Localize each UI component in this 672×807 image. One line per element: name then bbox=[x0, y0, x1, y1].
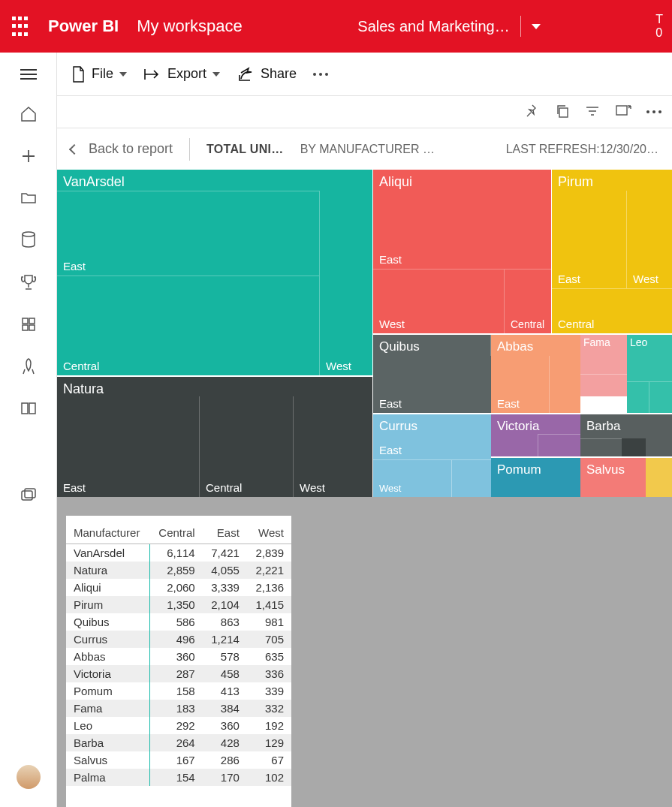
cell-central: 264 bbox=[149, 734, 202, 751]
back-to-report-link[interactable]: Back to report bbox=[71, 141, 173, 157]
treemap-tile[interactable]: Central bbox=[57, 276, 320, 375]
treemap-tile[interactable] bbox=[549, 356, 580, 413]
home-icon[interactable] bbox=[20, 105, 38, 125]
col-manufacturer[interactable]: Manufacturer bbox=[66, 522, 149, 544]
treemap-tile[interactable]: West bbox=[373, 459, 452, 497]
more-visual-options-icon[interactable] bbox=[646, 110, 661, 113]
last-refresh-text: LAST REFRESH:12/30/20… bbox=[506, 143, 658, 156]
table-row[interactable]: Pirum1,3502,1041,415 bbox=[66, 596, 291, 613]
col-central[interactable]: Central bbox=[149, 522, 202, 544]
table-row[interactable]: Aliqui2,0603,3392,136 bbox=[66, 579, 291, 596]
treemap-visual[interactable]: VanArsdel East Central West Natura East … bbox=[57, 170, 672, 497]
cell-east: 170 bbox=[203, 769, 247, 786]
treemap-tile-pirum[interactable]: Pirum bbox=[552, 170, 672, 191]
bookmark-icon[interactable] bbox=[645, 64, 658, 84]
breadcrumb-by-manufacturer[interactable]: BY MANUFACTURER … bbox=[300, 143, 435, 156]
table-row[interactable]: Currus4961,214705 bbox=[66, 631, 291, 648]
breadcrumb-total-units[interactable]: TOTAL UNI… bbox=[206, 143, 284, 156]
trophy-icon[interactable] bbox=[20, 273, 38, 294]
col-east[interactable]: East bbox=[203, 522, 247, 544]
treemap-tile[interactable]: West bbox=[294, 396, 372, 497]
cell-east: 4,055 bbox=[203, 562, 247, 579]
cell-east: 384 bbox=[203, 700, 247, 717]
header-bar: Power BI My workspace Sales and Marketin… bbox=[0, 0, 672, 53]
apps-icon[interactable] bbox=[20, 316, 37, 335]
treemap-tile[interactable] bbox=[646, 458, 672, 497]
cell-central: 287 bbox=[149, 665, 202, 682]
report-title[interactable]: Sales and Marketing… bbox=[357, 18, 509, 35]
cell-central: 360 bbox=[149, 648, 202, 665]
treemap-tile[interactable]: East bbox=[57, 191, 320, 276]
treemap-tile-pomum[interactable]: Pomum bbox=[491, 458, 580, 497]
treemap-tile-leo[interactable]: Leo bbox=[627, 335, 672, 381]
workspace-link[interactable]: My workspace bbox=[137, 17, 243, 36]
file-menu[interactable]: File bbox=[71, 65, 127, 83]
export-menu[interactable]: Export bbox=[143, 66, 220, 82]
treemap-tile[interactable]: Central bbox=[552, 288, 672, 333]
learn-icon[interactable] bbox=[20, 400, 38, 419]
treemap-tile-currus[interactable]: CurrusEast bbox=[373, 414, 491, 459]
treemap-tile[interactable]: Central bbox=[505, 270, 551, 333]
main-content: File Export Share bbox=[57, 53, 672, 807]
table-row[interactable]: VanArsdel6,1147,4212,839 bbox=[66, 544, 291, 562]
treemap-tile[interactable] bbox=[452, 459, 491, 497]
app-launcher-icon[interactable] bbox=[9, 16, 30, 37]
region-label: East bbox=[63, 481, 86, 494]
col-west[interactable]: West bbox=[247, 522, 291, 544]
treemap-tile-natura[interactable]: Natura bbox=[57, 377, 372, 396]
treemap-tile[interactable] bbox=[538, 434, 580, 456]
treemap-tile[interactable]: East bbox=[373, 191, 551, 270]
treemap-tile[interactable]: West bbox=[373, 270, 505, 333]
region-label: West bbox=[633, 273, 658, 285]
data-table-visual[interactable]: Manufacturer Central East West VanArsdel… bbox=[66, 516, 291, 807]
treemap-tile[interactable] bbox=[649, 381, 672, 413]
svg-rect-6 bbox=[25, 489, 35, 498]
cell-central: 2,859 bbox=[149, 562, 202, 579]
pin-icon[interactable] bbox=[525, 104, 540, 121]
cell-manufacturer: Palma bbox=[66, 769, 149, 786]
table-row[interactable]: Quibus586863981 bbox=[66, 613, 291, 631]
table-row[interactable]: Palma154170102 bbox=[66, 769, 291, 786]
table-row[interactable]: Abbas360578635 bbox=[66, 648, 291, 665]
treemap-tile[interactable] bbox=[580, 374, 627, 396]
database-icon[interactable] bbox=[20, 230, 37, 251]
treemap-tile[interactable]: East bbox=[552, 191, 627, 288]
share-button[interactable]: Share bbox=[237, 66, 297, 83]
table-row[interactable]: Leo292360192 bbox=[66, 717, 291, 734]
treemap-tile[interactable] bbox=[580, 438, 622, 456]
treemap-tile[interactable]: West bbox=[627, 191, 672, 288]
cell-manufacturer: Pomum bbox=[66, 682, 149, 700]
workspaces-icon[interactable] bbox=[20, 486, 38, 505]
focus-mode-icon[interactable] bbox=[615, 104, 631, 121]
treemap-tile[interactable]: Central bbox=[200, 396, 294, 497]
copy-icon[interactable] bbox=[555, 104, 570, 121]
treemap-tile[interactable]: East bbox=[57, 396, 200, 497]
treemap-tile[interactable] bbox=[627, 381, 649, 413]
more-options-icon[interactable] bbox=[313, 73, 328, 76]
tile-label: Currus bbox=[379, 419, 417, 433]
table-row[interactable]: Victoria287458336 bbox=[66, 665, 291, 682]
table-row[interactable]: Barba264428129 bbox=[66, 734, 291, 751]
treemap-tile[interactable] bbox=[463, 356, 491, 413]
cell-east: 578 bbox=[203, 648, 247, 665]
avatar[interactable] bbox=[17, 765, 41, 789]
treemap-tile[interactable]: West bbox=[320, 191, 372, 375]
table-row[interactable]: Pomum158413339 bbox=[66, 682, 291, 700]
folder-icon[interactable] bbox=[20, 189, 38, 208]
table-row[interactable]: Natura2,8594,0552,221 bbox=[66, 562, 291, 579]
plus-icon[interactable] bbox=[20, 148, 37, 167]
menu-icon[interactable] bbox=[20, 66, 37, 83]
tile-label: Aliqui bbox=[379, 174, 412, 189]
treemap-tile-vanarsdel[interactable]: VanArsdel bbox=[57, 170, 372, 191]
table-row[interactable]: Salvus16728667 bbox=[66, 751, 291, 769]
table-row[interactable]: Fama183384332 bbox=[66, 700, 291, 717]
treemap-tile-salvus[interactable]: Salvus bbox=[580, 458, 646, 497]
cell-manufacturer: Leo bbox=[66, 717, 149, 734]
reset-icon[interactable] bbox=[612, 65, 628, 83]
treemap-tile[interactable] bbox=[622, 438, 646, 456]
deploy-icon[interactable] bbox=[20, 357, 37, 378]
chevron-down-icon[interactable] bbox=[532, 24, 541, 29]
filter-icon[interactable] bbox=[585, 104, 600, 120]
treemap-tile-aliqui[interactable]: Aliqui bbox=[373, 170, 551, 191]
export-label: Export bbox=[167, 66, 206, 82]
